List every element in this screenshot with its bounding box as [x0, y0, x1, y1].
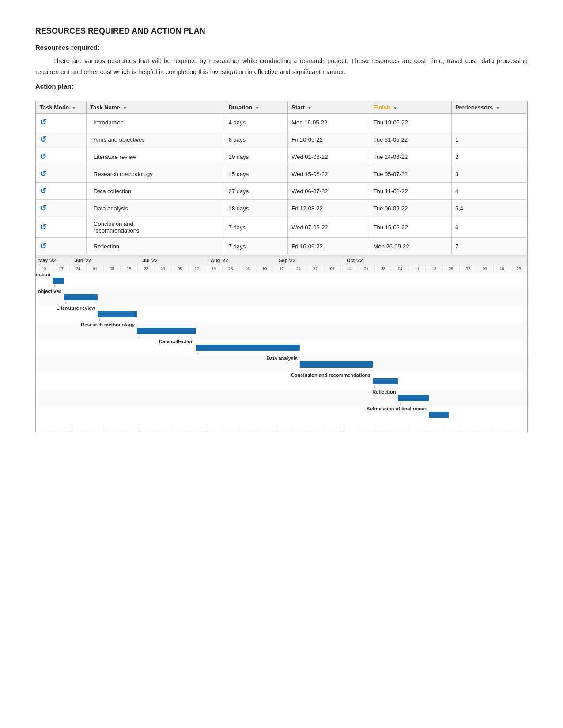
- task-mode-icon: ↺: [40, 118, 46, 127]
- svg-rect-106: [36, 272, 527, 289]
- svg-rect-138: [36, 406, 527, 423]
- task-name-cell: Reflection: [87, 238, 225, 255]
- task-name-cell: Aims and objectives: [87, 131, 225, 148]
- task-name-cell: Introduction: [87, 114, 225, 131]
- task-mode-cell: ↺: [36, 183, 87, 200]
- duration-cell: 7 days: [225, 217, 288, 238]
- duration-cell: 4 days: [225, 114, 288, 131]
- svg-text:17: 17: [279, 266, 283, 271]
- task-name-cell: Conclusion andrecommendations: [87, 217, 225, 238]
- finish-cell: Tue 06-09-22: [370, 200, 451, 217]
- finish-cell: Tue 14-06-22: [370, 148, 451, 165]
- duration-cell: 7 days: [225, 238, 288, 255]
- svg-rect-111: [64, 294, 98, 300]
- section1-title: Resources required:: [35, 44, 528, 51]
- svg-text:22: 22: [144, 266, 148, 271]
- table-row: ↺Data collection27 daysWed 06-07-22Thu 1…: [36, 183, 527, 200]
- duration-cell: 18 days: [225, 200, 288, 217]
- svg-text:Sep '22: Sep '22: [279, 258, 295, 263]
- predecessors-cell: 6: [451, 217, 527, 238]
- col-header-finish[interactable]: Finish ▼: [370, 101, 451, 114]
- predecessors-cell: 3: [451, 165, 527, 183]
- finish-cell: Thu 19-05-22: [370, 114, 451, 131]
- svg-text:↓: ↓: [65, 300, 67, 305]
- svg-text:Oct '22: Oct '22: [347, 258, 363, 263]
- predecessors-cell: 7: [451, 238, 527, 255]
- col-header-task-name[interactable]: Task Name ▼: [87, 101, 225, 114]
- task-mode-dropdown-icon[interactable]: ▼: [72, 106, 76, 110]
- task-mode-icon: ↺: [40, 152, 46, 161]
- page-title: RESOURCES REQUIRED AND ACTION PLAN: [35, 26, 528, 36]
- gantt-chart-section: May '22Jun '22Jul '22Aug '22Sep '22Oct '…: [35, 255, 528, 432]
- svg-text:14: 14: [347, 266, 351, 271]
- svg-text:25: 25: [449, 266, 453, 271]
- svg-text:↓: ↓: [374, 384, 376, 389]
- start-cell: Mon 16-05-22: [288, 114, 370, 131]
- svg-text:07: 07: [330, 266, 335, 271]
- task-name-cell: Literature review: [87, 148, 225, 165]
- svg-text:24: 24: [296, 266, 301, 271]
- table-row: ↺Research methodology15 daysWed 15-06-22…: [36, 165, 527, 183]
- predecessors-cell: 1: [451, 131, 527, 148]
- svg-text:21: 21: [364, 266, 368, 271]
- task-name-dropdown-icon[interactable]: ▼: [123, 106, 127, 110]
- col-header-start[interactable]: Start ▼: [288, 101, 370, 114]
- task-name-cell: Data collection: [87, 183, 225, 200]
- duration-cell: 8 days: [225, 131, 288, 148]
- duration-cell: 15 days: [225, 165, 288, 183]
- svg-text:Aims and objectives: Aims and objectives: [36, 289, 62, 294]
- start-cell: Fri 12-08-22: [288, 200, 370, 217]
- finish-cell: Tue 31-05-22: [370, 131, 451, 148]
- svg-rect-115: [98, 311, 137, 317]
- svg-text:11: 11: [415, 266, 419, 271]
- table-row: ↺Literature review10 daysWed 01-06-22Tue…: [36, 148, 527, 165]
- table-row: ↺Introduction4 daysMon 16-05-22Thu 19-05…: [36, 114, 527, 131]
- svg-rect-131: [373, 378, 398, 384]
- table-row: ↺Reflection7 daysFri 16-09-22Mon 26-09-2…: [36, 238, 527, 255]
- svg-text:05: 05: [178, 266, 182, 271]
- svg-text:↓: ↓: [53, 283, 56, 288]
- svg-text:31: 31: [313, 266, 317, 271]
- duration-dropdown-icon[interactable]: ▼: [255, 106, 259, 110]
- svg-text:12: 12: [195, 266, 199, 271]
- gantt-table: Task Mode ▼ Task Name ▼ Duration ▼ Start…: [36, 101, 527, 255]
- svg-text:04: 04: [398, 266, 402, 271]
- task-name-cell: Data analysis: [87, 200, 225, 217]
- finish-dropdown-icon[interactable]: ▼: [393, 106, 397, 110]
- svg-text:18: 18: [432, 266, 436, 271]
- col-header-task-mode[interactable]: Task Mode ▼: [36, 101, 87, 114]
- svg-text:17: 17: [59, 266, 64, 271]
- svg-text:Submission of final report: Submission of final report: [367, 406, 427, 411]
- task-mode-icon: ↺: [40, 135, 46, 144]
- svg-text:28: 28: [381, 266, 385, 271]
- svg-text:.0: .0: [42, 266, 46, 271]
- task-mode-icon: ↺: [40, 204, 46, 213]
- svg-text:23: 23: [517, 266, 521, 271]
- col-header-duration[interactable]: Duration ▼: [225, 101, 288, 114]
- svg-rect-119: [137, 328, 196, 334]
- start-dropdown-icon[interactable]: ▼: [308, 106, 312, 110]
- col-header-predecessors[interactable]: Predecessors ▼: [451, 101, 527, 114]
- predecessors-dropdown-icon[interactable]: ▼: [496, 106, 500, 110]
- task-mode-icon: ↺: [40, 223, 46, 232]
- table-row: ↺Conclusion andrecommendations7 daysWed …: [36, 217, 527, 238]
- svg-rect-12: [344, 255, 527, 265]
- duration-cell: 10 days: [225, 148, 288, 165]
- predecessors-cell: 4: [451, 183, 527, 200]
- svg-text:↓: ↓: [138, 334, 140, 338]
- svg-text:Reflection: Reflection: [372, 389, 396, 394]
- section1-body: There are various resources that will be…: [35, 56, 528, 77]
- gantt-chart-svg: May '22Jun '22Jul '22Aug '22Sep '22Oct '…: [36, 255, 527, 432]
- svg-text:↓: ↓: [197, 350, 199, 355]
- svg-text:Jun '22: Jun '22: [75, 258, 91, 263]
- svg-text:Data analysis: Data analysis: [267, 356, 298, 361]
- task-mode-icon: ↺: [40, 169, 46, 178]
- task-mode-cell: ↺: [36, 148, 87, 165]
- svg-text:Literature review: Literature review: [57, 305, 95, 311]
- svg-text:Research methodology: Research methodology: [81, 322, 135, 327]
- svg-text:15: 15: [127, 266, 131, 271]
- task-name-cell: Research methodology: [87, 165, 225, 183]
- svg-rect-139: [429, 412, 449, 418]
- task-mode-cell: ↺: [36, 114, 87, 131]
- duration-cell: 27 days: [225, 183, 288, 200]
